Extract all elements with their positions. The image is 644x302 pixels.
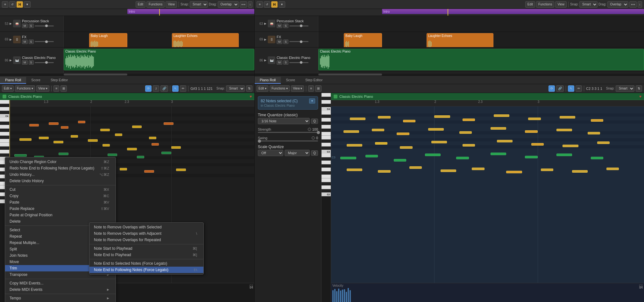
functions-btn-pr-right[interactable]: Functions ▾: [270, 85, 290, 92]
strength-slider[interactable]: [258, 132, 318, 133]
piano-key-db3[interactable]: [0, 154, 9, 157]
note-10[interactable]: [100, 129, 110, 131]
selected-notes-dropdown[interactable]: ▼: [309, 98, 315, 104]
drag-select-left[interactable]: Overlap: [218, 1, 239, 8]
view-btn-pr-left[interactable]: View ▾: [36, 85, 49, 92]
loop-link-left[interactable]: ⤸: [153, 85, 159, 92]
r-note-35[interactable]: [556, 154, 572, 156]
list-btn-left[interactable]: ≡: [53, 85, 59, 92]
piano-key-r-a2[interactable]: [322, 161, 331, 164]
r-note-4[interactable]: [434, 115, 450, 118]
solo-btn-3[interactable]: S: [29, 60, 34, 65]
r-note-21[interactable]: [400, 146, 412, 149]
note-29[interactable]: [103, 144, 110, 147]
piano-key-r-bb2[interactable]: [322, 157, 331, 161]
strength-toggle[interactable]: [308, 128, 311, 131]
submenu-end-playhead[interactable]: Note End to Playhead ⌘]: [89, 252, 203, 258]
piano-key-ab3[interactable]: [0, 129, 9, 132]
r-note-20[interactable]: [375, 142, 387, 145]
snap-dir-left[interactable]: ⇅: [246, 85, 252, 92]
classic-piano-clip[interactable]: Classic Electric Piano: [64, 49, 254, 70]
menu-paste-replace[interactable]: Paste Replace ⇧⌘V: [5, 205, 116, 212]
volume-slider-1[interactable]: [35, 25, 54, 26]
note-27[interactable]: [144, 170, 154, 173]
r-note-40[interactable]: [441, 169, 456, 172]
menu-undo[interactable]: Undo Change Region Color ⌘Z: [5, 159, 116, 165]
r-note-9[interactable]: [591, 119, 603, 122]
menu-paste[interactable]: Paste ⌘V: [5, 199, 116, 205]
edit-menu-left[interactable]: Edit: [136, 1, 145, 8]
expand-btn-left[interactable]: ▼: [24, 1, 31, 8]
note-6[interactable]: [39, 137, 49, 139]
note-28[interactable]: [176, 169, 186, 171]
piano-key-r-e3[interactable]: [322, 136, 331, 140]
functions-btn-pr-left[interactable]: Functions ▾: [15, 85, 35, 92]
piano-key-r-b3[interactable]: [322, 111, 331, 115]
quantize-q-btn[interactable]: Q: [311, 119, 318, 124]
snap-pr-right[interactable]: Smart: [616, 85, 634, 92]
submenu-remove-selected[interactable]: Note to Remove Overlaps with Selected: [89, 224, 203, 230]
piano-key-e4[interactable]: [0, 100, 9, 104]
note-11[interactable]: [115, 133, 122, 136]
laughter-echoes-clip-r[interactable]: Laughter Echoes: [427, 33, 493, 47]
tab-step-editor-right[interactable]: Step Editor: [300, 77, 328, 84]
r-note-6[interactable]: [494, 114, 509, 117]
piano-key-f3[interactable]: [0, 139, 9, 143]
snap-select-left[interactable]: Smart: [190, 1, 208, 8]
solo-btn-r3[interactable]: S: [283, 60, 288, 65]
note-19[interactable]: [108, 154, 117, 156]
cursor-tool-right[interactable]: ↖: [568, 85, 574, 92]
note-2[interactable]: [49, 122, 59, 125]
piano-key-r-bb3[interactable]: [322, 115, 331, 118]
note-9[interactable]: [88, 139, 98, 142]
r-note-7[interactable]: [528, 118, 541, 120]
r-note-38[interactable]: [378, 170, 390, 173]
mute-btn-3[interactable]: M: [22, 60, 28, 65]
note-17[interactable]: [59, 153, 68, 155]
r-note-42[interactable]: [506, 171, 522, 173]
pencil-tool-right[interactable]: ✏: [576, 85, 582, 92]
quantize-value-select[interactable]: 1/16 Note: [258, 118, 310, 124]
r-note-31[interactable]: [425, 154, 441, 156]
cursor-tool-left[interactable]: ↖: [172, 85, 179, 92]
tool-btn-2[interactable]: ↕: [248, 1, 253, 8]
r-note-28[interactable]: [340, 157, 356, 159]
note-7[interactable]: [53, 141, 63, 143]
tab-score-right[interactable]: Score: [281, 77, 300, 84]
edit-btn-pr-right[interactable]: Edit ▾: [257, 85, 268, 92]
r-note-23[interactable]: [463, 144, 475, 147]
submenu-end-selected[interactable]: Note End to Selected Notes (Force Legato…: [89, 260, 203, 267]
menu-redo[interactable]: Redo Note End to Following Notes (Force …: [5, 165, 116, 171]
volume-slider-r1[interactable]: [289, 25, 308, 26]
note-14[interactable]: [164, 122, 173, 125]
track-play-3[interactable]: ▶: [10, 59, 12, 62]
piano-key-d3[interactable]: [0, 150, 9, 154]
note-32[interactable]: [171, 146, 181, 149]
piano-key-r-db4[interactable]: [322, 104, 331, 107]
r-note-33[interactable]: [491, 153, 506, 155]
tab-score-left[interactable]: Score: [26, 77, 46, 84]
piano-key-gb3[interactable]: [0, 136, 9, 139]
track-play-r2[interactable]: ▶: [264, 38, 266, 41]
track-play-2[interactable]: ▶: [10, 38, 12, 41]
r-note-37[interactable]: [347, 169, 362, 171]
piano-key-r-db2[interactable]: [322, 189, 331, 192]
r-note-12[interactable]: [397, 133, 409, 135]
mute-btn-r2[interactable]: M: [277, 40, 282, 44]
snap-dir-right[interactable]: ⇅: [636, 85, 642, 92]
r-note-34[interactable]: [525, 156, 537, 158]
snap-select-right[interactable]: Smart: [579, 1, 598, 8]
list-btn-right[interactable]: ≡: [308, 85, 314, 92]
r-note-45[interactable]: [606, 168, 619, 170]
note-5[interactable]: [19, 138, 32, 141]
track-play-r1[interactable]: ▶: [264, 22, 266, 25]
piano-key-e3[interactable]: [0, 143, 9, 147]
submenu-remove-repeated[interactable]: Note to Remove Overlaps for Repeated: [89, 237, 203, 243]
piano-key-r-db3[interactable]: [322, 147, 331, 150]
note-3[interactable]: [61, 126, 68, 129]
note-26[interactable]: [120, 168, 127, 170]
piano-key-d4[interactable]: [0, 107, 9, 111]
functions-menu-left[interactable]: Functions: [146, 1, 165, 8]
piano-key-a3[interactable]: [0, 125, 9, 129]
mute-btn-r1[interactable]: M: [277, 24, 282, 28]
